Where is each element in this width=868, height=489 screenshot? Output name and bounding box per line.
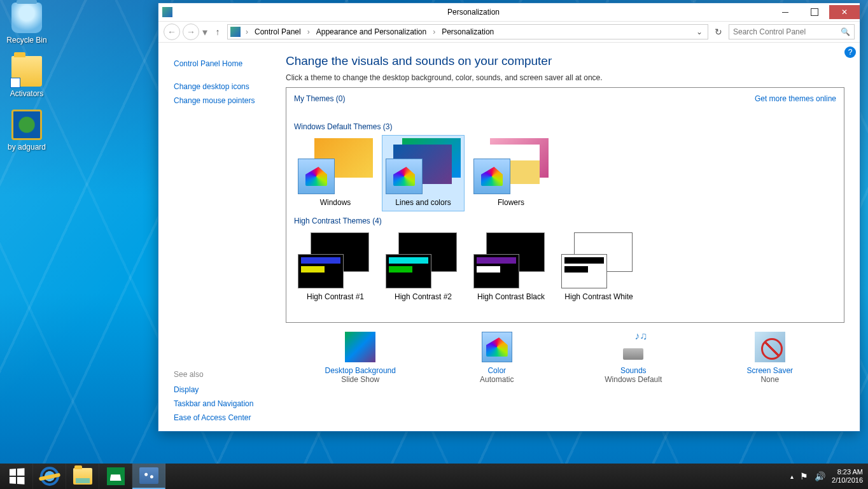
- app-icon: [162, 7, 172, 17]
- taskbar-explorer[interactable]: [66, 464, 99, 489]
- recycle-bin-icon: [11, 3, 42, 33]
- theme-windows[interactable]: Windows: [294, 135, 377, 211]
- sidebar-link-mouse-pointers[interactable]: Change mouse pointers: [174, 94, 277, 108]
- chevron-right-icon[interactable]: ›: [430, 27, 438, 36]
- theme-hc-white[interactable]: High Contrast White: [557, 229, 640, 306]
- action-center-icon[interactable]: ⚑: [800, 471, 808, 481]
- theme-label: High Contrast #2: [384, 292, 463, 301]
- sidebar-link-desktop-icons[interactable]: Change desktop icons: [174, 80, 277, 94]
- theme-lines-and-colors[interactable]: Lines and colors: [382, 135, 465, 211]
- theme-flowers[interactable]: Flowers: [470, 135, 552, 211]
- theme-hc-black[interactable]: High Contrast Black: [470, 229, 552, 306]
- search-icon[interactable]: 🔍: [841, 27, 850, 36]
- color-fan-icon: [305, 167, 327, 186]
- side-pane: Control Panel Home Change desktop icons …: [158, 43, 283, 431]
- desktop-icon-recycle-bin[interactable]: Recycle Bin: [3, 3, 51, 45]
- main-pane: ? Change the visuals and sounds on your …: [283, 43, 860, 431]
- help-icon[interactable]: ?: [844, 46, 856, 58]
- forward-button[interactable]: →: [183, 24, 199, 40]
- personalization-window: Personalization ← → ▾ ↑ › Control Panel …: [158, 3, 860, 432]
- sidebar-link-display[interactable]: Display: [174, 383, 277, 397]
- default-themes-label: Windows Default Themes (3): [294, 122, 836, 131]
- desktop-icon-adguard[interactable]: by adguard: [3, 110, 51, 152]
- color-icon: [482, 332, 512, 362]
- folder-icon: [11, 56, 42, 87]
- desktop-icon-label: Activators: [3, 89, 51, 98]
- volume-icon[interactable]: 🔊: [815, 471, 825, 481]
- taskbar-ie[interactable]: [33, 464, 66, 489]
- theme-label: Flowers: [472, 198, 550, 207]
- chevron-right-icon[interactable]: ›: [305, 27, 312, 36]
- desktop-background-icon: [345, 332, 375, 362]
- tray-overflow-icon[interactable]: ▴: [790, 473, 794, 480]
- taskbar-control-panel[interactable]: [132, 464, 165, 489]
- system-tray: ▴ ⚑ 🔊 8:23 AM 2/10/2016: [790, 468, 868, 485]
- setting-color[interactable]: Color Automatic: [446, 332, 548, 384]
- up-button[interactable]: ↑: [211, 27, 225, 37]
- theme-label: High Contrast White: [559, 292, 638, 301]
- internet-explorer-icon: [40, 467, 59, 486]
- color-fan-icon: [393, 167, 415, 186]
- setting-sounds[interactable]: Sounds Windows Default: [582, 332, 684, 384]
- tray-date: 2/10/2016: [832, 476, 863, 485]
- sidebar-link-taskbar[interactable]: Taskbar and Navigation: [174, 397, 277, 411]
- setting-label: Screen Saver: [719, 366, 821, 375]
- bottom-settings-row: Desktop Background Slide Show Color Auto…: [286, 323, 844, 384]
- screen-saver-icon: [755, 332, 785, 362]
- breadcrumb-dropdown[interactable]: ⌄: [694, 27, 705, 36]
- close-button[interactable]: [829, 5, 860, 19]
- sounds-icon: [618, 332, 648, 362]
- my-themes-label: My Themes (0) Get more themes online: [294, 94, 836, 103]
- navbar: ← → ▾ ↑ › Control Panel › Appearance and…: [158, 21, 860, 43]
- sidebar-link-ease-of-access[interactable]: Ease of Access Center: [174, 411, 277, 425]
- more-themes-link[interactable]: Get more themes online: [755, 94, 836, 103]
- window-title: Personalization: [176, 8, 771, 17]
- breadcrumb[interactable]: › Control Panel › Appearance and Persona…: [227, 24, 708, 39]
- themes-box: My Themes (0) Get more themes online Win…: [286, 87, 844, 323]
- setting-label: Desktop Background: [309, 366, 411, 375]
- page-subtext: Click a theme to change the desktop back…: [286, 73, 844, 82]
- theme-label: Windows: [296, 198, 375, 207]
- breadcrumb-item[interactable]: Personalization: [439, 27, 496, 36]
- start-button[interactable]: [0, 464, 33, 489]
- windows-logo-icon: [9, 468, 24, 485]
- globe-icon: [11, 110, 42, 140]
- desktop-icon-label: Recycle Bin: [3, 36, 51, 45]
- setting-screen-saver[interactable]: Screen Saver None: [719, 332, 821, 384]
- theme-label: Lines and colors: [384, 198, 463, 207]
- setting-desktop-background[interactable]: Desktop Background Slide Show: [309, 332, 411, 384]
- theme-label: High Contrast Black: [472, 292, 550, 301]
- breadcrumb-item[interactable]: Control Panel: [252, 27, 304, 36]
- color-fan-icon: [481, 167, 503, 186]
- sidebar-link-home[interactable]: Control Panel Home: [174, 57, 277, 71]
- taskbar: ▴ ⚑ 🔊 8:23 AM 2/10/2016: [0, 464, 868, 489]
- history-dropdown[interactable]: ▾: [202, 26, 208, 38]
- file-explorer-icon: [73, 468, 92, 485]
- refresh-button[interactable]: ↻: [711, 27, 726, 37]
- search-input[interactable]: [733, 27, 841, 36]
- chevron-right-icon[interactable]: ›: [243, 27, 251, 36]
- tray-clock[interactable]: 8:23 AM 2/10/2016: [832, 468, 863, 485]
- theme-label: High Contrast #1: [296, 292, 375, 301]
- tray-time: 8:23 AM: [832, 468, 863, 476]
- maximize-button[interactable]: [800, 5, 829, 19]
- setting-value: Windows Default: [582, 375, 684, 384]
- see-also-header: See also: [174, 370, 277, 379]
- setting-value: Slide Show: [309, 375, 411, 384]
- setting-value: None: [719, 375, 821, 384]
- titlebar[interactable]: Personalization: [158, 3, 860, 21]
- minimize-button[interactable]: [771, 5, 800, 19]
- high-contrast-label: High Contrast Themes (4): [294, 216, 836, 225]
- taskbar-store[interactable]: [99, 464, 132, 489]
- control-panel-icon: [139, 467, 158, 484]
- search-box[interactable]: 🔍: [729, 24, 855, 39]
- setting-value: Automatic: [446, 375, 548, 384]
- desktop-icon-label: by adguard: [3, 143, 51, 152]
- desktop-icon-activators[interactable]: Activators: [3, 56, 51, 98]
- setting-label: Sounds: [582, 366, 684, 375]
- back-button[interactable]: ←: [164, 24, 180, 40]
- breadcrumb-item[interactable]: Appearance and Personalization: [314, 27, 429, 36]
- theme-hc1[interactable]: High Contrast #1: [294, 229, 377, 306]
- store-icon: [107, 467, 125, 485]
- theme-hc2[interactable]: High Contrast #2: [382, 229, 465, 306]
